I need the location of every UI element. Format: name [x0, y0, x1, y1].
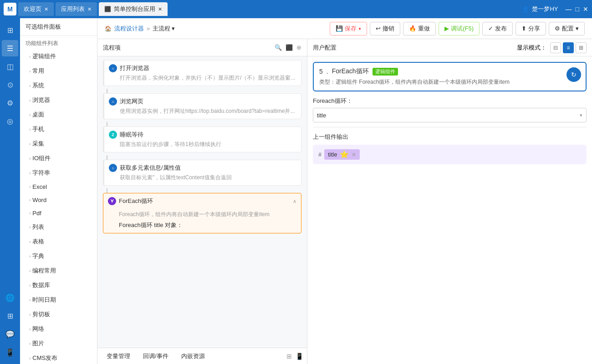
- component-item-label: 网络: [32, 325, 44, 333]
- tab-resources[interactable]: 内嵌资源: [176, 350, 210, 362]
- breadcrumb: 🏠 流程设计器 » 主流程 ▾: [105, 25, 175, 33]
- config-section-output: 上一组件输出 # title ⭐ ✕: [313, 133, 587, 164]
- tab-control-close[interactable]: ✕: [158, 6, 162, 12]
- foreach-select[interactable]: title ▾: [313, 108, 587, 122]
- minimize-btn[interactable]: —: [566, 5, 572, 13]
- component-item-network[interactable]: › 网络: [20, 322, 97, 336]
- view-mode-list[interactable]: ≡: [563, 42, 574, 53]
- component-item-label: 数据库: [32, 281, 50, 289]
- save-button[interactable]: 💾 保存 ●: [330, 22, 367, 35]
- component-item-excel[interactable]: › Excel: [20, 180, 97, 193]
- view-mode-compact[interactable]: ⊞: [576, 42, 587, 53]
- foreach-target: Foreach循环 title 对象：: [108, 218, 296, 229]
- share-button[interactable]: ⬆ 分享: [515, 22, 546, 35]
- config-icon: ⚙: [555, 25, 560, 32]
- breadcrumb-flow-designer[interactable]: 流程设计器: [114, 25, 144, 33]
- tab-control[interactable]: ⬛ 简单控制台应用 ✕: [99, 2, 168, 16]
- step-item-2[interactable]: ○ 浏览网页 使用浏览器实例，打开网址https://top.baidu.com…: [103, 93, 301, 119]
- flow-steps-list: ○ 打开浏览器 打开浏览器，实例化对象，并执行（不）显示图片/（不）显示浏览器窗…: [97, 56, 307, 348]
- chevron-icon: ›: [29, 356, 31, 361]
- chevron-icon: ›: [29, 283, 31, 288]
- flow-content: 流程项 🔍 ⬛ ⊕ ○ 打开浏览器 打开浏览器，实例化对象，并执行（: [97, 39, 592, 364]
- expr-hash: #: [318, 151, 322, 158]
- component-item-io[interactable]: › IO组件: [20, 151, 97, 166]
- step-title-4: 获取多元素信息/属性值: [120, 164, 296, 172]
- sidebar-icon-phone[interactable]: 📱: [2, 344, 18, 360]
- component-item-progcommon[interactable]: › 编程常用: [20, 263, 97, 278]
- close-btn[interactable]: ✕: [583, 5, 588, 13]
- component-item-common[interactable]: › 常用: [20, 64, 97, 78]
- step-item-4[interactable]: ○ 获取多元素信息/属性值 获取目标元素"，以属性textContent值集合返…: [103, 160, 301, 186]
- collapse-icon[interactable]: ∧: [293, 198, 296, 204]
- sidebar-icon-settings[interactable]: ⚙: [2, 95, 18, 111]
- refresh-button[interactable]: ↻: [566, 67, 581, 82]
- component-item-pdf[interactable]: › Pdf: [20, 207, 97, 220]
- component-item-table[interactable]: › 表格: [20, 234, 97, 249]
- component-item-label: 逻辑组件: [32, 52, 56, 61]
- expr-close-btn[interactable]: ✕: [352, 152, 356, 158]
- sidebar-icon-home[interactable]: ⊞: [2, 22, 18, 38]
- sidebar-icon-user[interactable]: ◎: [2, 113, 18, 129]
- add-icon[interactable]: ⊕: [296, 44, 301, 51]
- flow-steps: 流程项 🔍 ⬛ ⊕ ○ 打开浏览器 打开浏览器，实例化对象，并执行（: [97, 39, 307, 364]
- tab-applist-close[interactable]: ✕: [87, 6, 92, 12]
- tab-callback[interactable]: 回调/事件: [138, 350, 174, 362]
- revoke-button[interactable]: ↩ 撤销: [370, 22, 400, 35]
- component-item-image[interactable]: › 图片: [20, 336, 97, 351]
- sidebar-icon-windows[interactable]: ⊞: [2, 308, 18, 324]
- save-label: 保存: [345, 25, 357, 33]
- tab-applist-label: 应用列表: [61, 5, 85, 13]
- user-info[interactable]: 👤 楚一梦HY: [522, 5, 558, 13]
- foreach-step[interactable]: ∀ ForEach循环 ∧ Foreach循环，组件内将自动新建一个本级循环内局…: [103, 193, 301, 233]
- sidebar-icon-globe[interactable]: 🌐: [2, 289, 18, 306]
- chevron-icon: ›: [29, 54, 31, 59]
- tab-applist[interactable]: 应用列表 ✕: [56, 2, 97, 16]
- revoke-icon: ↩: [376, 25, 381, 32]
- component-item-cms[interactable]: › CMS发布: [20, 351, 97, 364]
- component-item-system[interactable]: › 系统: [20, 78, 97, 93]
- search-icon[interactable]: 🔍: [275, 44, 282, 51]
- config-button[interactable]: ⚙ 配置 ▾: [549, 22, 585, 35]
- flow-header: 流程项 🔍 ⬛ ⊕: [97, 39, 307, 56]
- tab-welcome[interactable]: 欢迎页 ✕: [18, 2, 54, 16]
- publish-icon: ✓: [488, 25, 493, 32]
- save-icon: 💾: [336, 25, 343, 32]
- filter-icon[interactable]: ⬛: [286, 44, 293, 51]
- component-item-list[interactable]: › 列表: [20, 220, 97, 234]
- sidebar-icon-layout[interactable]: ◫: [2, 58, 18, 75]
- foreach-field-label: Foreach循环：: [313, 97, 587, 105]
- bottom-icon-phone[interactable]: 📱: [296, 353, 303, 360]
- component-item-logic[interactable]: › 逻辑组件: [20, 49, 97, 64]
- component-item-desktop[interactable]: › 桌面: [20, 107, 97, 122]
- step-desc-1: 打开浏览器，实例化对象，并执行（不）显示图片/（不）显示浏览器窗...: [109, 74, 296, 82]
- breadcrumb-main-flow[interactable]: 主流程 ▾: [153, 25, 175, 33]
- component-item-db[interactable]: › 数据库: [20, 278, 97, 293]
- component-item-dict[interactable]: › 字典: [20, 249, 97, 263]
- tab-variables[interactable]: 变量管理: [101, 350, 136, 362]
- component-item-string[interactable]: › 字符串: [20, 166, 97, 180]
- step-item-3[interactable]: Z 睡眠等待 阻塞当前运行的步骤，等待1秒后继续执行: [103, 126, 301, 152]
- chevron-icon: ›: [29, 197, 31, 202]
- component-item-phone[interactable]: › 手机: [20, 122, 97, 136]
- bottom-icon-windows[interactable]: ⊞: [286, 353, 292, 360]
- select-arrow-icon: ▾: [580, 112, 582, 118]
- step-item-1[interactable]: ○ 打开浏览器 打开浏览器，实例化对象，并执行（不）显示图片/（不）显示浏览器窗…: [103, 60, 301, 86]
- component-item-datetime[interactable]: › 时间日期: [20, 293, 97, 307]
- panel-title: 可选组件面板: [26, 23, 61, 31]
- component-item-collect[interactable]: › 采集: [20, 136, 97, 151]
- maximize-btn[interactable]: □: [576, 5, 579, 13]
- publish-button[interactable]: ✓ 发布: [482, 22, 513, 35]
- component-item-word[interactable]: › Word: [20, 193, 97, 207]
- redo-button[interactable]: 🔥 重做: [403, 22, 436, 35]
- tab-welcome-close[interactable]: ✕: [44, 6, 48, 12]
- component-name: ForEach循环: [332, 67, 369, 76]
- debug-button[interactable]: ▶ 调试(F5): [439, 22, 480, 35]
- component-item-browser[interactable]: › 浏览器: [20, 93, 97, 107]
- config-arrow: ▾: [576, 25, 579, 32]
- sidebar-icon-search[interactable]: ⊙: [2, 76, 18, 93]
- sidebar-icon-chat[interactable]: 💬: [2, 326, 18, 342]
- view-mode-grid[interactable]: ⊟: [550, 42, 561, 53]
- step-icon-3: Z: [109, 131, 117, 139]
- sidebar-icon-grid[interactable]: ☰: [2, 40, 18, 56]
- component-item-clipboard[interactable]: › 剪切板: [20, 307, 97, 322]
